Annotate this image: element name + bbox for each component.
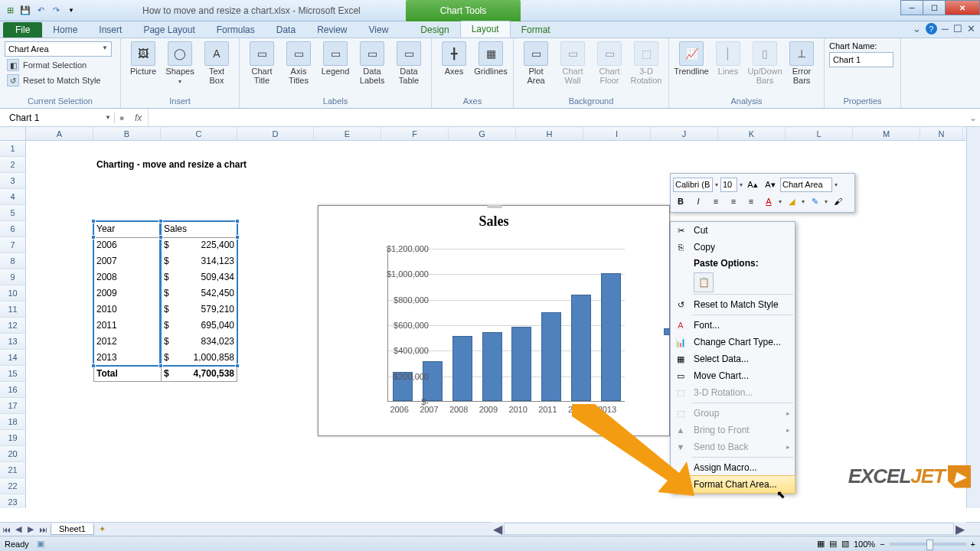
qat-dropdown-icon[interactable]: ▼ <box>64 4 78 18</box>
shapes-button[interactable]: ◯Shapes▾ <box>162 40 198 85</box>
minimize-ribbon-icon[interactable]: ⌄ <box>913 23 921 34</box>
expand-formula-icon[interactable]: ⌄ <box>966 112 980 123</box>
data-table-button[interactable]: ▭Data Table <box>391 40 426 85</box>
zoom-level[interactable]: 100% <box>854 540 875 549</box>
chart-bar[interactable] <box>571 295 591 401</box>
view-layout-icon[interactable]: ▤ <box>829 539 837 549</box>
font-family-input[interactable] <box>673 178 713 192</box>
bold-icon[interactable]: B <box>673 194 688 209</box>
column-header[interactable]: K <box>718 127 786 140</box>
horizontal-scrollbar[interactable]: ◀▶ <box>492 522 966 536</box>
align-right-icon[interactable]: ≡ <box>743 194 759 209</box>
view-break-icon[interactable]: ▧ <box>841 539 849 549</box>
column-header[interactable]: M <box>853 127 920 140</box>
row-header[interactable]: 14 <box>0 350 26 366</box>
ctx-assign-macro[interactable]: Assign Macro... <box>671 459 795 476</box>
formula-input[interactable] <box>148 109 966 126</box>
fill-color-icon[interactable]: ◢ <box>784 194 799 209</box>
column-header[interactable]: I <box>583 127 651 140</box>
chart-bar[interactable] <box>423 361 443 401</box>
column-header[interactable]: G <box>449 127 516 140</box>
window-close-icon[interactable]: ✕ <box>967 23 975 34</box>
ctx-cut[interactable]: ✂Cut <box>671 222 795 239</box>
new-sheet-icon[interactable]: ✦ <box>99 524 106 534</box>
ctx-copy[interactable]: ⎘Copy <box>671 239 795 256</box>
updown-bars-button[interactable]: ▯Up/Down Bars <box>747 40 782 85</box>
tab-view[interactable]: View <box>358 22 400 37</box>
zoom-slider[interactable] <box>890 543 966 546</box>
chart-bar[interactable] <box>511 327 531 401</box>
column-header[interactable]: C <box>161 127 237 140</box>
sheet-tab-sheet1[interactable]: Sheet1 <box>51 523 94 535</box>
reset-match-style-button[interactable]: ↺Reset to Match Style <box>5 73 103 87</box>
chart-floor-button[interactable]: ▭Chart Floor <box>592 40 627 85</box>
maximize-button[interactable]: ☐ <box>923 0 946 15</box>
row-header[interactable]: 2 <box>0 157 26 173</box>
chart-title[interactable]: Sales <box>318 206 669 234</box>
select-all-corner[interactable] <box>0 127 26 140</box>
format-painter-icon[interactable]: 🖌 <box>830 194 845 209</box>
column-header[interactable]: A <box>26 127 93 140</box>
tab-nav-prev[interactable]: ◀ <box>12 524 24 534</box>
view-normal-icon[interactable]: ▦ <box>817 539 825 549</box>
column-header[interactable]: F <box>381 127 449 140</box>
chart-resize-handle[interactable] <box>487 205 502 208</box>
row-header[interactable]: 8 <box>0 253 26 269</box>
tab-format[interactable]: Format <box>511 22 561 37</box>
tab-nav-next[interactable]: ▶ <box>24 524 37 534</box>
tab-page-layout[interactable]: Page Layout <box>132 22 205 37</box>
row-header[interactable]: 17 <box>0 398 26 414</box>
tab-formulas[interactable]: Formulas <box>206 22 266 37</box>
ctx-font[interactable]: AFont... <box>671 317 795 334</box>
format-selection-button[interactable]: ◧Format Selection <box>5 58 89 72</box>
row-header[interactable]: 7 <box>0 237 26 253</box>
ctx-select-data[interactable]: ▦Select Data... <box>671 350 795 367</box>
row-header[interactable]: 10 <box>0 285 26 302</box>
row-header[interactable]: 16 <box>0 382 26 398</box>
row-header[interactable]: 22 <box>0 478 26 494</box>
name-box[interactable]: ▼ <box>0 112 115 123</box>
error-bars-button[interactable]: ⊥Error Bars <box>784 40 819 85</box>
excel-icon[interactable]: ⊞ <box>3 4 17 18</box>
row-header[interactable]: 21 <box>0 462 26 478</box>
ctx-reset-style[interactable]: ↺Reset to Match Style <box>671 296 795 313</box>
font-color-icon[interactable]: A <box>761 194 776 209</box>
row-header[interactable]: 6 <box>0 221 26 237</box>
italic-icon[interactable]: I <box>691 194 706 209</box>
axis-titles-button[interactable]: ▭Axis Titles <box>281 40 316 85</box>
help-icon[interactable]: ? <box>926 23 937 34</box>
chart-title-button[interactable]: ▭Chart Title <box>244 40 279 85</box>
data-labels-button[interactable]: ▭Data Labels <box>354 40 390 85</box>
column-header[interactable]: N <box>920 127 963 140</box>
ctx-format-chart-area[interactable]: ◧Format Chart Area... <box>671 476 795 493</box>
column-header[interactable]: J <box>651 127 718 140</box>
chart-element-selector[interactable] <box>5 41 112 57</box>
tab-home[interactable]: Home <box>42 22 88 37</box>
ctx-change-chart-type[interactable]: 📊Change Chart Type... <box>671 334 795 350</box>
minimize-button[interactable]: ─ <box>900 0 923 15</box>
window-restore-icon[interactable]: ☐ <box>953 23 962 34</box>
chevron-down-icon[interactable]: ▼ <box>102 44 108 51</box>
save-icon[interactable]: 💾 <box>18 4 32 18</box>
tab-nav-first[interactable]: ⏮ <box>0 525 12 534</box>
font-size-input[interactable] <box>720 178 737 192</box>
tab-nav-last[interactable]: ⏭ <box>37 525 49 534</box>
macro-record-icon[interactable]: ▣ <box>37 539 44 549</box>
row-header[interactable]: 15 <box>0 366 26 382</box>
embedded-chart[interactable]: Sales Sales $-$200,000$400,000$600,000$8… <box>318 205 670 436</box>
plot-area-button[interactable]: ▭Plot Area <box>518 40 554 85</box>
redo-icon[interactable]: ↷ <box>49 4 63 18</box>
tab-layout[interactable]: Layout <box>460 21 511 37</box>
column-header[interactable]: H <box>516 127 583 140</box>
close-button[interactable]: ✕ <box>945 0 980 15</box>
tab-file[interactable]: File <box>3 22 42 37</box>
chevron-down-icon[interactable]: ▼ <box>105 114 111 121</box>
row-header[interactable]: 20 <box>0 446 26 462</box>
row-header[interactable]: 13 <box>0 334 26 350</box>
text-box-button[interactable]: AText Box <box>199 40 234 85</box>
row-header[interactable]: 23 <box>0 494 26 508</box>
shrink-font-icon[interactable]: A▾ <box>763 177 778 192</box>
chart-element-mini-selector[interactable] <box>780 178 832 192</box>
row-header[interactable]: 19 <box>0 430 26 446</box>
axes-button[interactable]: ╋Axes <box>436 40 472 77</box>
